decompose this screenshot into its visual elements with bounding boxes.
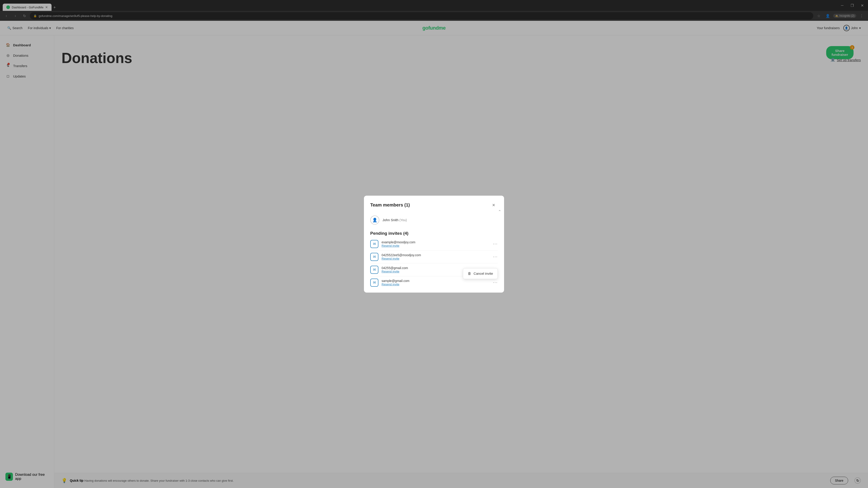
mail-icon-0: ✉ [370,240,378,248]
member-avatar: 👤 [370,216,379,225]
member-avatar-icon: 👤 [372,218,377,223]
invite-details-1: 0425522ee5@moodjoy.com Resend invite [381,253,490,260]
modal-overlay[interactable]: ⌃ Team members (1) × 👤 John Snith (You) … [0,0,868,488]
mail-icon-2: ✉ [370,266,378,274]
cancel-invite-dropdown: 🗑 Cancel invite [463,268,498,279]
resend-invite-3[interactable]: Resend invite [381,283,490,286]
member-name: John Snith (You) [382,218,407,222]
cancel-invite-button[interactable]: 🗑 Cancel invite [463,269,498,278]
cancel-invite-label: Cancel invite [473,271,493,275]
modal-title: Team members (1) [370,202,410,207]
modal-body: 👤 John Snith (You) Pending invites (4) ✉… [364,209,504,293]
scroll-indicator: ⌃ [498,209,501,214]
modal-close-button[interactable]: × [490,201,498,209]
invite-email-1: 0425522ee5@moodjoy.com [381,253,490,257]
invite-details-3: sample@gmail.com Resend invite [381,279,490,286]
resend-invite-0[interactable]: Resend invite [381,244,490,248]
mail-icon-1: ✉ [370,253,378,261]
invite-item-1: ✉ 0425522ee5@moodjoy.com Resend invite ·… [370,251,498,263]
member-you-label: (You) [399,218,407,222]
invite-menu-0[interactable]: ··· [493,241,498,246]
mail-icon-3: ✉ [370,279,378,287]
invite-email-0: example@moodjoy.com [381,240,490,244]
team-members-modal: ⌃ Team members (1) × 👤 John Snith (You) … [364,196,504,293]
modal-header: Team members (1) × [364,196,504,209]
pending-invites-title: Pending invites (4) [370,231,498,236]
invite-item-0: ✉ example@moodjoy.com Resend invite ··· [370,238,498,251]
invite-menu-3[interactable]: ··· [493,280,498,285]
team-member-item: 👤 John Snith (You) [370,213,498,227]
trash-icon: 🗑 [468,271,471,275]
invite-details-0: example@moodjoy.com Resend invite [381,240,490,248]
invite-email-3: sample@gmail.com [381,279,490,283]
invite-menu-1[interactable]: ··· [493,254,498,259]
resend-invite-1[interactable]: Resend invite [381,257,490,260]
